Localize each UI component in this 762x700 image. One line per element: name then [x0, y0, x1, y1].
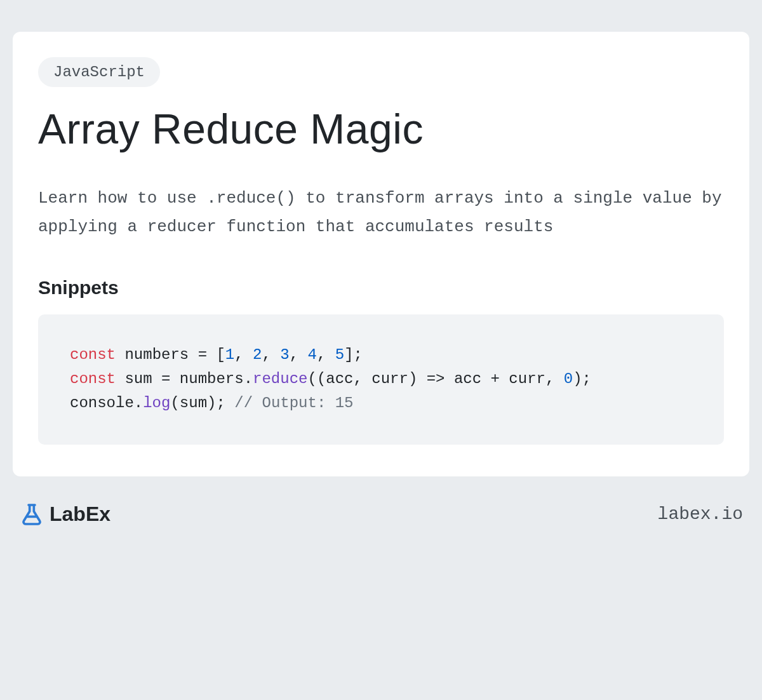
footer-url: labex.io — [658, 504, 743, 524]
code-keyword: const — [70, 370, 116, 387]
flask-icon — [19, 502, 44, 527]
code-comment: // Output: 15 — [234, 394, 353, 412]
code-number: 3 — [280, 346, 289, 363]
code-text: sum = numbers. — [116, 370, 253, 387]
footer: LabEx labex.io — [13, 502, 749, 527]
code-text: ]; — [344, 346, 363, 363]
content-card: JavaScript Array Reduce Magic Learn how … — [13, 32, 749, 476]
code-number: 0 — [564, 370, 573, 387]
code-text: , — [234, 346, 253, 363]
code-text: ); — [573, 370, 591, 387]
logo-text: LabEx — [50, 502, 110, 526]
code-text: , — [262, 346, 280, 363]
page-title: Array Reduce Magic — [38, 106, 724, 152]
code-number: 5 — [335, 346, 344, 363]
code-text: , — [317, 346, 335, 363]
code-snippet: const numbers = [1, 2, 3, 4, 5]; const s… — [38, 314, 724, 445]
code-text: (sum); — [170, 394, 234, 412]
code-method: log — [143, 394, 170, 412]
code-number: 2 — [253, 346, 262, 363]
code-text: ((acc, curr) => acc + curr, — [307, 370, 563, 387]
code-number: 4 — [308, 346, 317, 363]
snippets-heading: Snippets — [38, 277, 724, 299]
code-method: reduce — [253, 370, 307, 387]
code-text: console. — [70, 394, 143, 412]
description-text: Learn how to use .reduce() to transform … — [38, 184, 724, 242]
language-tag: JavaScript — [38, 57, 160, 87]
logo: LabEx — [19, 502, 110, 527]
code-text: , — [290, 346, 308, 363]
code-text: numbers = [ — [116, 346, 225, 363]
code-number: 1 — [225, 346, 234, 363]
code-keyword: const — [70, 346, 116, 363]
